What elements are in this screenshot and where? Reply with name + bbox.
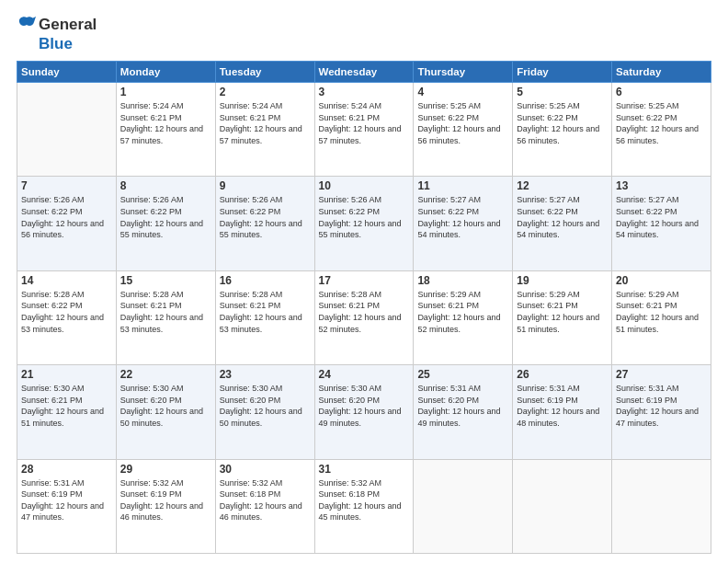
weekday-header-sunday: Sunday (17, 62, 117, 83)
weekday-header-wednesday: Wednesday (314, 62, 414, 83)
weekday-header-row: SundayMondayTuesdayWednesdayThursdayFrid… (17, 62, 711, 83)
day-info: Sunrise: 5:28 AMSunset: 6:21 PMDaylight:… (319, 289, 410, 335)
day-info: Sunrise: 5:27 AMSunset: 6:22 PMDaylight:… (517, 194, 608, 240)
calendar-cell: 29Sunrise: 5:32 AMSunset: 6:19 PMDayligh… (116, 459, 215, 553)
calendar-week-row: 14Sunrise: 5:28 AMSunset: 6:22 PMDayligh… (17, 270, 711, 364)
weekday-header-thursday: Thursday (414, 62, 513, 83)
calendar-cell: 22Sunrise: 5:30 AMSunset: 6:20 PMDayligh… (116, 365, 215, 459)
calendar-week-row: 1Sunrise: 5:24 AMSunset: 6:21 PMDaylight… (17, 83, 711, 177)
calendar-cell: 11Sunrise: 5:27 AMSunset: 6:22 PMDayligh… (414, 177, 513, 270)
day-info: Sunrise: 5:30 AMSunset: 6:20 PMDaylight:… (220, 383, 311, 429)
day-number: 14 (21, 274, 112, 287)
calendar-week-row: 21Sunrise: 5:30 AMSunset: 6:21 PMDayligh… (17, 365, 711, 459)
day-info: Sunrise: 5:32 AMSunset: 6:18 PMDaylight:… (319, 477, 410, 523)
weekday-header-friday: Friday (513, 62, 612, 83)
calendar-cell: 17Sunrise: 5:28 AMSunset: 6:21 PMDayligh… (314, 270, 414, 364)
day-number: 13 (616, 179, 707, 192)
calendar-cell: 5Sunrise: 5:25 AMSunset: 6:22 PMDaylight… (513, 83, 612, 177)
calendar-cell (612, 459, 711, 553)
day-info: Sunrise: 5:31 AMSunset: 6:19 PMDaylight:… (21, 477, 112, 523)
calendar-cell: 8Sunrise: 5:26 AMSunset: 6:22 PMDaylight… (116, 177, 215, 270)
calendar-cell: 26Sunrise: 5:31 AMSunset: 6:19 PMDayligh… (513, 365, 612, 459)
day-number: 17 (319, 274, 410, 287)
day-info: Sunrise: 5:31 AMSunset: 6:20 PMDaylight:… (417, 383, 508, 429)
calendar-cell: 30Sunrise: 5:32 AMSunset: 6:18 PMDayligh… (215, 459, 314, 553)
calendar-cell: 20Sunrise: 5:29 AMSunset: 6:21 PMDayligh… (612, 270, 711, 364)
day-number: 10 (319, 179, 410, 192)
calendar-cell: 31Sunrise: 5:32 AMSunset: 6:18 PMDayligh… (314, 459, 414, 553)
calendar-cell: 12Sunrise: 5:27 AMSunset: 6:22 PMDayligh… (513, 177, 612, 270)
day-number: 6 (616, 86, 707, 98)
calendar-cell: 6Sunrise: 5:25 AMSunset: 6:22 PMDaylight… (612, 83, 711, 177)
day-number: 24 (319, 368, 410, 381)
calendar-week-row: 7Sunrise: 5:26 AMSunset: 6:22 PMDaylight… (17, 177, 711, 270)
day-info: Sunrise: 5:32 AMSunset: 6:18 PMDaylight:… (220, 477, 311, 523)
day-info: Sunrise: 5:30 AMSunset: 6:20 PMDaylight:… (120, 383, 211, 429)
day-number: 21 (21, 368, 112, 381)
logo-bird-icon (17, 15, 37, 35)
calendar-cell: 18Sunrise: 5:29 AMSunset: 6:21 PMDayligh… (414, 270, 513, 364)
calendar-cell: 4Sunrise: 5:25 AMSunset: 6:22 PMDaylight… (414, 83, 513, 177)
day-number: 7 (21, 179, 112, 192)
header: General Blue (17, 15, 711, 53)
day-info: Sunrise: 5:26 AMSunset: 6:22 PMDaylight:… (21, 194, 112, 240)
calendar-cell (17, 83, 117, 177)
day-info: Sunrise: 5:30 AMSunset: 6:20 PMDaylight:… (319, 383, 410, 429)
day-info: Sunrise: 5:28 AMSunset: 6:22 PMDaylight:… (21, 289, 112, 335)
day-number: 18 (417, 274, 508, 287)
day-info: Sunrise: 5:26 AMSunset: 6:22 PMDaylight:… (319, 194, 410, 240)
calendar-cell: 25Sunrise: 5:31 AMSunset: 6:20 PMDayligh… (414, 365, 513, 459)
day-number: 30 (220, 463, 311, 476)
day-info: Sunrise: 5:27 AMSunset: 6:22 PMDaylight:… (616, 194, 707, 240)
calendar-cell: 13Sunrise: 5:27 AMSunset: 6:22 PMDayligh… (612, 177, 711, 270)
day-info: Sunrise: 5:32 AMSunset: 6:19 PMDaylight:… (120, 477, 211, 523)
day-info: Sunrise: 5:29 AMSunset: 6:21 PMDaylight:… (616, 289, 707, 335)
calendar-cell: 10Sunrise: 5:26 AMSunset: 6:22 PMDayligh… (314, 177, 414, 270)
logo: General Blue (17, 15, 97, 53)
calendar-cell: 15Sunrise: 5:28 AMSunset: 6:21 PMDayligh… (116, 270, 215, 364)
calendar-cell: 1Sunrise: 5:24 AMSunset: 6:21 PMDaylight… (116, 83, 215, 177)
day-info: Sunrise: 5:30 AMSunset: 6:21 PMDaylight:… (21, 383, 112, 429)
day-number: 4 (417, 86, 508, 98)
day-info: Sunrise: 5:25 AMSunset: 6:22 PMDaylight:… (517, 100, 608, 146)
day-number: 1 (120, 86, 211, 98)
day-number: 25 (417, 368, 508, 381)
day-number: 8 (120, 179, 211, 192)
calendar-cell: 16Sunrise: 5:28 AMSunset: 6:21 PMDayligh… (215, 270, 314, 364)
day-number: 23 (220, 368, 311, 381)
day-number: 12 (517, 179, 608, 192)
calendar-cell: 24Sunrise: 5:30 AMSunset: 6:20 PMDayligh… (314, 365, 414, 459)
weekday-header-saturday: Saturday (612, 62, 711, 83)
day-number: 31 (319, 463, 410, 476)
logo-general-text: General (39, 16, 97, 34)
calendar-cell: 19Sunrise: 5:29 AMSunset: 6:21 PMDayligh… (513, 270, 612, 364)
calendar-cell: 14Sunrise: 5:28 AMSunset: 6:22 PMDayligh… (17, 270, 117, 364)
day-number: 26 (517, 368, 608, 381)
day-info: Sunrise: 5:29 AMSunset: 6:21 PMDaylight:… (517, 289, 608, 335)
calendar-cell: 27Sunrise: 5:31 AMSunset: 6:19 PMDayligh… (612, 365, 711, 459)
calendar-cell: 7Sunrise: 5:26 AMSunset: 6:22 PMDaylight… (17, 177, 117, 270)
calendar-cell: 28Sunrise: 5:31 AMSunset: 6:19 PMDayligh… (17, 459, 117, 553)
day-info: Sunrise: 5:24 AMSunset: 6:21 PMDaylight:… (319, 100, 410, 146)
calendar-cell: 2Sunrise: 5:24 AMSunset: 6:21 PMDaylight… (215, 83, 314, 177)
day-info: Sunrise: 5:26 AMSunset: 6:22 PMDaylight:… (120, 194, 211, 240)
day-number: 5 (517, 86, 608, 98)
weekday-header-tuesday: Tuesday (215, 62, 314, 83)
day-info: Sunrise: 5:27 AMSunset: 6:22 PMDaylight:… (417, 194, 508, 240)
logo-blue-text: Blue (39, 35, 73, 53)
day-info: Sunrise: 5:29 AMSunset: 6:21 PMDaylight:… (417, 289, 508, 335)
day-number: 9 (220, 179, 311, 192)
day-info: Sunrise: 5:26 AMSunset: 6:22 PMDaylight:… (220, 194, 311, 240)
calendar-week-row: 28Sunrise: 5:31 AMSunset: 6:19 PMDayligh… (17, 459, 711, 553)
day-number: 15 (120, 274, 211, 287)
day-number: 27 (616, 368, 707, 381)
day-info: Sunrise: 5:24 AMSunset: 6:21 PMDaylight:… (120, 100, 211, 146)
day-number: 11 (417, 179, 508, 192)
day-number: 29 (120, 463, 211, 476)
day-info: Sunrise: 5:31 AMSunset: 6:19 PMDaylight:… (616, 383, 707, 429)
day-number: 19 (517, 274, 608, 287)
day-number: 22 (120, 368, 211, 381)
day-info: Sunrise: 5:28 AMSunset: 6:21 PMDaylight:… (220, 289, 311, 335)
day-info: Sunrise: 5:31 AMSunset: 6:19 PMDaylight:… (517, 383, 608, 429)
calendar-cell: 21Sunrise: 5:30 AMSunset: 6:21 PMDayligh… (17, 365, 117, 459)
